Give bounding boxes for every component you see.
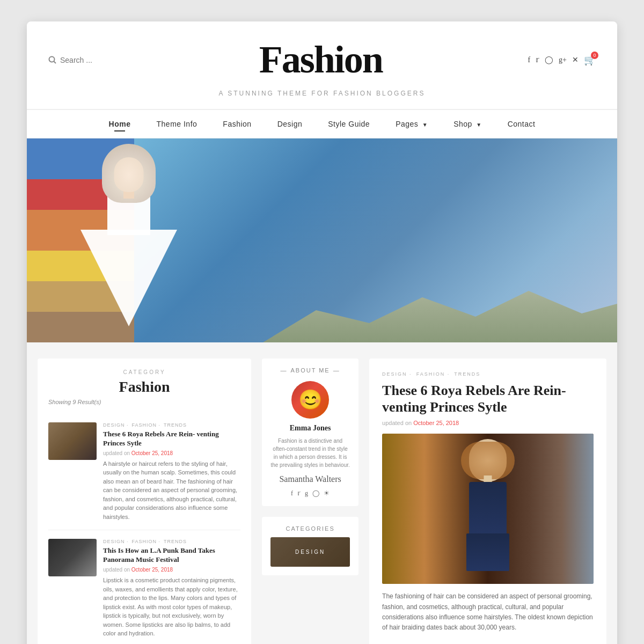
- categories-label: CATEGORIES: [270, 525, 350, 532]
- main-article-image: [382, 434, 594, 584]
- cart-badge: 0: [591, 52, 598, 59]
- shop-chevron: ▼: [476, 122, 481, 128]
- facebook-icon[interactable]: f: [528, 56, 530, 64]
- categories-widget: CATEGORIES DESIGN: [262, 517, 358, 575]
- search-area[interactable]: [48, 56, 114, 64]
- twitter-icon[interactable]: 𝕣: [536, 55, 539, 64]
- main-article-tags: DESIGN FASHION TRENDS: [382, 371, 594, 377]
- article-title-1[interactable]: These 6 Roya Rebels Are Rein- venting Pr…: [103, 430, 240, 448]
- search-input[interactable]: [60, 56, 114, 64]
- search-icon: [48, 56, 57, 64]
- about-facebook-icon[interactable]: f: [291, 489, 293, 497]
- about-instagram-icon[interactable]: ◯: [312, 489, 319, 497]
- about-social: f 𝕣 g ◯ ☀: [270, 489, 350, 497]
- sidebar: ABOUT ME 😊 Emma Jones Fashion is a disti…: [262, 358, 358, 644]
- about-twitter-icon[interactable]: 𝕣: [297, 489, 301, 497]
- about-pinterest-icon[interactable]: ☀: [324, 489, 330, 497]
- section-title: Fashion: [48, 378, 240, 396]
- social-icons: f 𝕣 ◯ g+ ✕ 🛒 0: [528, 54, 596, 66]
- site-title: Fashion: [114, 38, 528, 82]
- about-signature: Samantha Walters: [270, 474, 350, 484]
- about-avatar: 😊: [291, 381, 329, 419]
- x-icon[interactable]: ✕: [572, 55, 579, 64]
- article-thumbnail-1: [48, 422, 97, 460]
- main-article-title[interactable]: These 6 Roya Rebels Are Rein- venting Pr…: [382, 382, 594, 415]
- tag-fashion[interactable]: FASHION: [132, 422, 161, 428]
- pages-chevron: ▼: [422, 122, 428, 128]
- nav-item-home[interactable]: Home: [96, 110, 144, 138]
- tag-fashion-2[interactable]: FASHION: [132, 539, 161, 544]
- tag-trends[interactable]: TRENDS: [164, 422, 187, 428]
- results-count: Showing 9 Result(s): [48, 399, 240, 405]
- left-column: CATEGORY Fashion Showing 9 Result(s) DES…: [38, 358, 251, 644]
- category-label: CATEGORY: [48, 369, 240, 375]
- tag-design-2[interactable]: DESIGN: [103, 539, 129, 544]
- tag-trends-2[interactable]: TRENDS: [164, 539, 187, 544]
- main-article-date: updated on October 25, 2018: [382, 420, 594, 426]
- about-widget: ABOUT ME 😊 Emma Jones Fashion is a disti…: [262, 358, 358, 506]
- article-excerpt-2: Lipstick is a cosmetic product containin…: [103, 576, 240, 638]
- about-google-icon[interactable]: g: [305, 489, 308, 497]
- site-header: Fashion f 𝕣 ◯ g+ ✕ 🛒 0 A Stunning Theme …: [27, 21, 617, 109]
- nav-item-shop[interactable]: Shop ▼: [441, 110, 495, 138]
- nav-item-fashion[interactable]: Fashion: [210, 110, 264, 138]
- about-name: Emma Jones: [270, 424, 350, 433]
- svg-line-1: [54, 61, 56, 63]
- article-item-2: DESIGN FASHION TRENDS This Is How an L.A…: [48, 530, 240, 644]
- article-excerpt-1: A hairstyle or haircut refers to the sty…: [103, 459, 240, 522]
- page-container: Fashion f 𝕣 ◯ g+ ✕ 🛒 0 A Stunning Theme …: [27, 21, 617, 644]
- article-thumbnail-2: [48, 539, 97, 576]
- site-tagline: A Stunning Theme for Fashion Bloggers: [48, 87, 596, 104]
- article-tags-1: DESIGN FASHION TRENDS: [103, 422, 240, 428]
- hero-figure: [54, 138, 204, 342]
- nav-item-theme-info[interactable]: Theme Info: [144, 110, 210, 138]
- hero-person: [70, 144, 188, 342]
- main-tag-design[interactable]: DESIGN: [382, 371, 412, 377]
- tag-design[interactable]: DESIGN: [103, 422, 129, 428]
- site-nav: Home Theme Info Fashion Design Style Gui…: [27, 109, 617, 138]
- content-area: CATEGORY Fashion Showing 9 Result(s) DES…: [27, 342, 617, 644]
- article-content-1: DESIGN FASHION TRENDS These 6 Roya Rebel…: [103, 422, 240, 521]
- about-widget-title: ABOUT ME: [270, 367, 350, 374]
- main-tag-fashion[interactable]: FASHION: [416, 371, 450, 377]
- main-article-excerpt: The fashioning of hair can be considered…: [382, 591, 594, 633]
- right-column: DESIGN FASHION TRENDS These 6 Roya Rebel…: [369, 358, 606, 644]
- main-tag-trends[interactable]: TRENDS: [454, 371, 480, 377]
- hero-section: [27, 138, 617, 342]
- nav-item-style-guide[interactable]: Style Guide: [315, 110, 383, 138]
- instagram-icon[interactable]: ◯: [545, 55, 553, 64]
- about-bio: Fashion is a distinctive and often-const…: [270, 437, 350, 469]
- googleplus-icon[interactable]: g+: [559, 56, 567, 64]
- nav-item-pages[interactable]: Pages ▼: [383, 110, 441, 138]
- article-content-2: DESIGN FASHION TRENDS This Is How an L.A…: [103, 539, 240, 638]
- nav-item-design[interactable]: Design: [265, 110, 316, 138]
- cart-icon[interactable]: 🛒 0: [584, 54, 596, 66]
- nav-list: Home Theme Info Fashion Design Style Gui…: [48, 110, 596, 138]
- nav-item-contact[interactable]: Contact: [495, 110, 548, 138]
- article-date-2: updated on October 25, 2018: [103, 567, 240, 573]
- article-tags-2: DESIGN FASHION TRENDS: [103, 539, 240, 544]
- article-title-2[interactable]: This Is How an L.A Punk Band Takes Panor…: [103, 546, 240, 565]
- category-thumb-design[interactable]: DESIGN: [270, 537, 350, 567]
- article-list: DESIGN FASHION TRENDS These 6 Roya Rebel…: [48, 414, 240, 644]
- header-top: Fashion f 𝕣 ◯ g+ ✕ 🛒 0: [48, 32, 596, 87]
- svg-point-0: [49, 56, 55, 62]
- article-item: DESIGN FASHION TRENDS These 6 Roya Rebel…: [48, 414, 240, 530]
- category-thumb-label: DESIGN: [295, 549, 325, 555]
- article-date-1: updated on October 25, 2018: [103, 450, 240, 456]
